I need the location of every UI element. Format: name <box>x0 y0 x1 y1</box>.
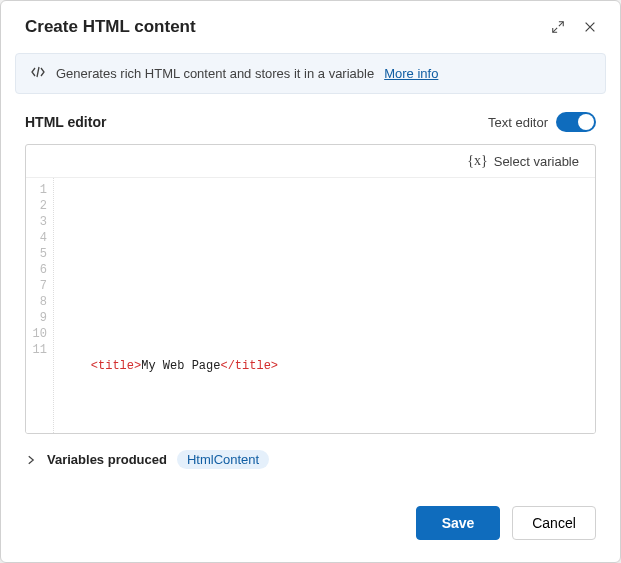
info-text: Generates rich HTML content and stores i… <box>56 66 374 81</box>
expand-icon[interactable] <box>548 17 568 37</box>
toggle-label: Text editor <box>488 115 548 130</box>
save-button[interactable]: Save <box>416 506 500 540</box>
line-number: 3 <box>26 214 47 230</box>
code-content[interactable]: <title>My Web Page</title> <h1>Welcome t… <box>54 178 595 433</box>
editor-toolbar: {x} Select variable <box>26 145 595 178</box>
line-gutter: 1 2 3 4 5 6 7 8 9 10 11 <box>26 178 54 433</box>
variable-icon: {x} <box>467 153 487 169</box>
line-number: 8 <box>26 294 47 310</box>
text-editor-toggle[interactable] <box>556 112 596 132</box>
line-number: 10 <box>26 326 47 342</box>
section-title: HTML editor <box>25 114 106 130</box>
variable-chip[interactable]: HtmlContent <box>177 450 269 469</box>
code-icon <box>30 64 46 83</box>
close-icon[interactable] <box>580 17 600 37</box>
dialog-header: Create HTML content <box>1 1 620 49</box>
variables-row: Variables produced HtmlContent <box>25 450 596 469</box>
editor-frame: {x} Select variable 1 2 3 4 5 6 7 8 9 10… <box>25 144 596 434</box>
line-number: 6 <box>26 262 47 278</box>
line-number: 4 <box>26 230 47 246</box>
line-number: 7 <box>26 278 47 294</box>
variables-label: Variables produced <box>47 452 167 467</box>
line-number: 1 <box>26 182 47 198</box>
section-header: HTML editor Text editor <box>25 112 596 132</box>
cancel-button[interactable]: Cancel <box>512 506 596 540</box>
line-number: 11 <box>26 342 47 358</box>
more-info-link[interactable]: More info <box>384 66 438 81</box>
line-number: 2 <box>26 198 47 214</box>
line-number: 5 <box>26 246 47 262</box>
toggle-group: Text editor <box>488 112 596 132</box>
line-number: 9 <box>26 310 47 326</box>
select-variable-button[interactable]: Select variable <box>494 154 579 169</box>
dialog-footer: Save Cancel <box>1 488 620 562</box>
dialog: Create HTML content Generates rich HTML … <box>0 0 621 563</box>
editor-section: HTML editor Text editor {x} Select varia… <box>1 94 620 488</box>
info-bar: Generates rich HTML content and stores i… <box>15 53 606 94</box>
code-editor[interactable]: 1 2 3 4 5 6 7 8 9 10 11 <title>My W <box>26 178 595 433</box>
chevron-right-icon[interactable] <box>25 454 37 466</box>
dialog-title: Create HTML content <box>25 17 196 37</box>
header-actions <box>548 17 600 37</box>
